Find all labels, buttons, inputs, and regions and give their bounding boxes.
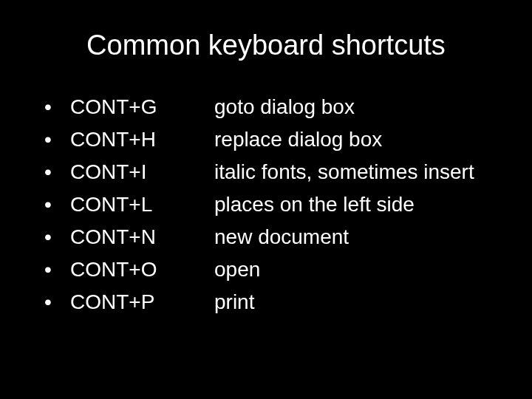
bullet-icon: • [44, 123, 70, 156]
shortcut-description: goto dialog box [214, 91, 495, 123]
shortcut-description: open [214, 253, 495, 286]
bullet-icon: • [44, 221, 70, 253]
content-area: • • • • • • • CONT+G CONT+H CONT+I CONT+… [37, 91, 495, 318]
shortcut-description: new document [214, 221, 495, 253]
shortcut-description: replace dialog box [214, 123, 495, 156]
bullet-column: • • • • • • • [44, 91, 70, 318]
slide: Common keyboard shortcuts • • • • • • • … [0, 0, 532, 399]
shortcut-description: italic fonts, sometimes insert [214, 156, 495, 188]
shortcut-description: places on the left side [214, 188, 495, 221]
shortcut-key: CONT+G [70, 91, 214, 123]
bullet-icon: • [44, 91, 70, 123]
bullet-icon: • [44, 188, 70, 221]
shortcut-key: CONT+O [70, 253, 214, 286]
shortcut-key: CONT+P [70, 286, 214, 318]
description-column: goto dialog box replace dialog box itali… [214, 91, 495, 318]
shortcut-key: CONT+I [70, 156, 214, 188]
shortcut-key: CONT+H [70, 123, 214, 156]
shortcut-key: CONT+L [70, 188, 214, 221]
shortcut-key: CONT+N [70, 221, 214, 253]
shortcut-description: print [214, 286, 495, 318]
bullet-icon: • [44, 286, 70, 318]
bullet-icon: • [44, 253, 70, 286]
slide-title: Common keyboard shortcuts [37, 30, 495, 61]
bullet-icon: • [44, 156, 70, 188]
shortcut-column: CONT+G CONT+H CONT+I CONT+L CONT+N CONT+… [70, 91, 214, 318]
